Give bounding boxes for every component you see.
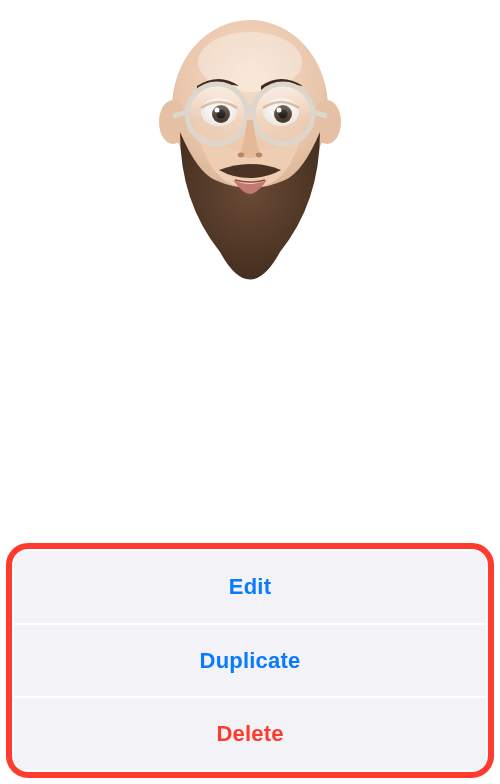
duplicate-button[interactable]: Duplicate	[14, 625, 486, 697]
screen: Edit Duplicate Delete	[0, 0, 500, 784]
action-sheet: Edit Duplicate Delete	[14, 551, 486, 770]
svg-point-12	[187, 84, 247, 144]
action-sheet-item-label: Duplicate	[200, 648, 301, 674]
svg-point-14	[238, 153, 244, 158]
action-sheet-item-label: Delete	[216, 721, 283, 747]
avatar-preview-area	[0, 0, 500, 330]
svg-point-15	[256, 153, 262, 158]
edit-button[interactable]: Edit	[14, 551, 486, 623]
memoji-avatar-icon	[135, 12, 365, 302]
svg-point-13	[253, 84, 313, 144]
delete-button[interactable]: Delete	[14, 698, 486, 770]
svg-point-2	[159, 100, 187, 144]
action-sheet-item-label: Edit	[229, 574, 271, 600]
svg-point-3	[313, 100, 341, 144]
